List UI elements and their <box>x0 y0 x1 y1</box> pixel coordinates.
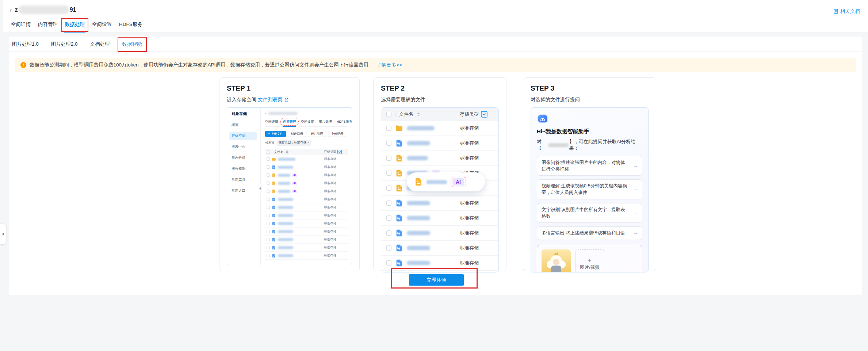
storage-type-value: 标准存储 <box>460 230 493 236</box>
storage-filter-icon[interactable] <box>481 111 487 118</box>
subtab-数据智能[interactable]: 数据智能 <box>122 39 143 49</box>
mini-sidebar-item-报告规则[interactable]: 报告规则 <box>229 165 257 173</box>
file-table-row: 标准存储 <box>381 136 498 151</box>
mini-row-checkbox[interactable] <box>267 157 270 161</box>
chip-text: 视频理解:生成该视频0-5分钟的关键内容摘要，定位人员闯入事件 <box>542 183 629 196</box>
subtab-label: 图片处理1.0 <box>12 41 39 47</box>
suggestion-chip[interactable]: 文字识别:识别图片中的所有文字，提取表格数→ <box>537 203 642 223</box>
mini-sidebar-item-常用工具[interactable]: 常用工具 <box>229 176 257 184</box>
mini-storage-type-value: 标准存储 <box>324 253 347 258</box>
row-checkbox[interactable] <box>386 126 391 131</box>
mini-button-创建目录[interactable]: 创建目录 <box>288 131 306 137</box>
mini-sidebar-item-报表中心[interactable]: 报表中心 <box>229 143 257 151</box>
mini-row-checkbox[interactable] <box>267 190 270 193</box>
tab-空间设置[interactable]: 空间设置 <box>91 19 112 33</box>
mini-storage-type-value: 标准存储 <box>324 189 347 194</box>
mini-tab-HDFS服务[interactable]: HDFS服务 <box>337 119 352 124</box>
suggestion-chip[interactable]: 视频理解:生成该视频0-5分钟的关键内容摘要，定位人员闯入事件→ <box>537 179 642 199</box>
storage-type-value: 标准存储 <box>460 260 493 266</box>
mini-filter-icon[interactable] <box>337 150 342 154</box>
mini-row-checkbox[interactable] <box>267 222 270 225</box>
mini-redacted-filename <box>278 238 293 241</box>
mini-row-checkbox[interactable] <box>267 206 270 209</box>
page-title: z 91 <box>15 5 76 14</box>
mini-button-上传记录[interactable]: 上传记录 <box>328 131 346 137</box>
mini-doc-file-icon <box>272 205 276 210</box>
related-docs-link[interactable]: 相关文档 <box>833 8 860 15</box>
row-checkbox[interactable] <box>386 245 391 251</box>
mini-row-checkbox[interactable] <box>267 182 270 185</box>
mini-sidebar-item-概览[interactable]: 概览 <box>229 121 257 129</box>
mini-row-checkbox[interactable] <box>267 173 270 177</box>
mini-row-checkbox[interactable] <box>267 165 270 169</box>
mini-doc-file-icon <box>272 253 276 258</box>
row-checkbox[interactable] <box>386 215 391 221</box>
storage-type-value: 标准存储 <box>460 155 493 161</box>
mini-row-checkbox[interactable] <box>267 230 270 233</box>
mini-tab-空间设置[interactable]: 空间设置 <box>301 119 314 124</box>
redacted-bucket-name <box>19 5 69 14</box>
mini-button-+上传文件[interactable]: + 上传文件 <box>265 131 286 137</box>
mini-button-碎片管理[interactable]: 碎片管理 <box>308 131 326 137</box>
content-panel: 图片处理1.0图片处理2.0文档处理数据智能 ! 数据智能公测期间，模型调用费用… <box>9 37 862 295</box>
mini-tab-图片处理[interactable]: 图片处理 <box>319 119 332 124</box>
redacted-filename <box>407 216 430 220</box>
step3-card: STEP 3 对选择的文件进行提问 Hi~我是数据智能助手 对 【 】，可在此提… <box>523 77 656 271</box>
arrow-right-icon: → <box>633 186 638 193</box>
file-table-row: 标准存储 <box>381 196 498 211</box>
row-checkbox[interactable] <box>386 201 391 206</box>
arrow-right-icon: → <box>633 230 638 237</box>
row-checkbox[interactable] <box>386 141 391 146</box>
mini-toolbar: + 上传文件创建目录碎片管理上传记录批量操作 <box>265 131 348 137</box>
file-list-page-link[interactable]: 文件列表页 <box>258 96 283 103</box>
sort-icon[interactable] <box>417 112 420 116</box>
tab-HDFS服务[interactable]: HDFS服务 <box>118 19 143 33</box>
tab-空间详情[interactable]: 空间详情 <box>10 19 31 33</box>
mini-tab-空间详情[interactable]: 空间详情 <box>265 119 278 124</box>
tab-数据处理[interactable]: 数据处理 <box>64 19 85 33</box>
mini-row-checkbox[interactable] <box>267 198 270 201</box>
mini-sidebar-collapse-icon[interactable] <box>259 184 262 193</box>
row-checkbox[interactable] <box>386 156 391 161</box>
sidebar-collapse-handle[interactable] <box>0 224 6 244</box>
mini-select-all-checkbox[interactable] <box>267 150 270 154</box>
mini-doc-file-icon <box>272 221 276 226</box>
mini-table-row: 标准存储 <box>265 236 348 244</box>
mini-table-row: AI标准存储 <box>265 179 348 187</box>
upload-label: 图片/视频 <box>580 264 599 271</box>
annotation-dashed-tab-box <box>280 118 299 126</box>
mini-sort-icon[interactable] <box>286 150 288 154</box>
learn-more-link[interactable]: 了解更多>> <box>376 62 402 68</box>
tab-内容管理[interactable]: 内容管理 <box>37 19 58 33</box>
mini-sidebar-item-日志分析[interactable]: 日志分析 <box>229 154 257 162</box>
subtab-文档处理[interactable]: 文档处理 <box>89 39 111 49</box>
mini-sidebar-item-常用入口[interactable]: 常用入口 <box>229 187 257 195</box>
subtab-图片处理2.0[interactable]: 图片处理2.0 <box>50 39 79 49</box>
row-checkbox[interactable] <box>386 260 391 266</box>
mini-table-row: 标准存储 <box>265 220 348 228</box>
mini-row-checkbox[interactable] <box>267 246 270 249</box>
subtab-label: 文档处理 <box>90 41 110 47</box>
page-title-prefix: z <box>15 7 18 13</box>
select-all-checkbox[interactable] <box>386 112 391 117</box>
mini-filter-tag[interactable]: 储存类型：标准存储 × <box>277 140 311 146</box>
mini-sidebar-item-存储空间[interactable]: 存储空间 <box>229 132 257 140</box>
mini-row-checkbox[interactable] <box>267 214 270 217</box>
mini-row-checkbox[interactable] <box>267 254 270 257</box>
redacted-filename <box>427 180 447 184</box>
suggestion-chip[interactable]: 多语言输出:将上述结果翻译成英语和日语→ <box>537 226 642 240</box>
row-checkbox[interactable] <box>386 171 391 176</box>
row-checkbox[interactable] <box>386 230 391 236</box>
mini-table-row: 标准存储 <box>265 244 348 252</box>
tab-label: 空间详情 <box>11 22 31 27</box>
back-chevron-icon[interactable]: ‹ <box>9 6 12 14</box>
step3-title: STEP 3 <box>531 84 649 92</box>
upload-media-button[interactable]: + 图片/视频 <box>575 249 604 272</box>
suggestion-chip[interactable]: 图像问答:描述这张图片中的内容，对物体进行分类打标→ <box>537 156 642 176</box>
try-now-button[interactable]: 立即体验 <box>409 274 464 286</box>
subtab-图片处理1.0[interactable]: 图片处理1.0 <box>11 39 39 49</box>
main-tab-bar: 空间详情内容管理数据处理空间设置HDFS服务 <box>10 19 143 33</box>
mini-row-checkbox[interactable] <box>267 238 270 241</box>
row-checkbox[interactable] <box>386 186 391 191</box>
mini-tab-内容管理[interactable]: 内容管理 <box>283 119 296 124</box>
